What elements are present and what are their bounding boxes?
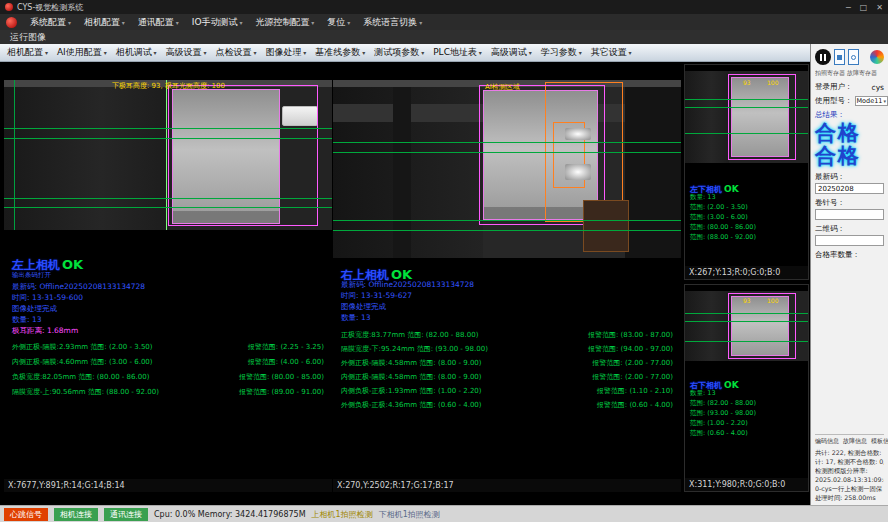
statistics-block: 共计: 222, 检测合格数: 计: 17, 检测不合格数: 0, 检测图模版分… <box>815 448 884 502</box>
brand-logo-icon <box>870 50 884 64</box>
result-line: 合格 <box>815 122 884 145</box>
pixel-coordinates: X:311;Y:980;R:0;G:0;B:0 <box>685 478 808 491</box>
tool-camera-debug[interactable]: 相机调试 <box>116 46 157 59</box>
tab-code-info[interactable]: 编码信息 <box>815 437 839 446</box>
menu-light-control[interactable]: 光源控制配置 <box>255 16 314 29</box>
tool-ai-config[interactable]: AI使用配置 <box>57 46 107 59</box>
menu-comm-config[interactable]: 通讯配置 <box>138 16 179 29</box>
menu-io-test[interactable]: IO手动测试 <box>192 16 243 29</box>
spacer <box>815 260 884 434</box>
tool-image-processing[interactable]: 图像处理 <box>265 46 306 59</box>
camera-view-lower-left[interactable]: 93 100 左下相机OK 数量: 13 范围: (2.00 - 3.50) 范… <box>684 64 809 280</box>
guide-line <box>4 207 332 208</box>
tool-advanced-settings[interactable]: 高级设置 <box>166 46 207 59</box>
guide-line <box>685 313 808 314</box>
pixel-coordinates: X:270,Y:2502;R:17;G:17;B:17 <box>333 479 681 492</box>
record-button[interactable] <box>848 49 859 65</box>
toolbar: 相机配置 AI使用配置 相机调试 高级设置 点检设置 图像处理 基准线参数 测试… <box>0 44 810 62</box>
tab-fault-info[interactable]: 故障信息 <box>843 437 867 446</box>
stat-line: 处理时间: 258.00ms <box>815 493 884 502</box>
stat-line: 检测图模版分辨率: <box>815 466 884 475</box>
measurement-row: 隔膜宽度-上:90.56mm 范围: (88.00 - 92.00)报警范围: … <box>12 387 324 397</box>
tab-run-image[interactable]: 运行图像 <box>10 31 46 44</box>
measure-value: 外侧负极-正极:4.36mm 范围: (0.60 - 4.00) <box>341 400 482 410</box>
time-line: 时间: 13-31-59-627 <box>341 291 412 301</box>
tool-baseline-params[interactable]: 基准线参数 <box>315 46 365 59</box>
guide-line <box>333 152 681 153</box>
menu-reset[interactable]: 复位 <box>327 16 350 29</box>
model-select[interactable]: Mode11▾ <box>855 96 888 106</box>
qr-value-field[interactable] <box>815 235 884 246</box>
tab-template-info[interactable]: 模板信息 <box>871 437 888 446</box>
process-done-line: 图像处理完成 <box>341 302 386 312</box>
tab-strip: 运行图像 <box>0 30 888 44</box>
guide-line <box>333 142 681 143</box>
alarm-range: 报警范围: (94.00 - 97.00) <box>588 344 673 354</box>
measurement-row: 负极宽度:82.05mm 范围: (80.00 - 86.00)报警范围: (8… <box>12 372 324 382</box>
result-ok-badge: OK <box>62 257 83 272</box>
measure-value: 隔膜宽度-下:95.24mm 范围: (93.00 - 98.00) <box>341 344 488 354</box>
camera-result-title: 左上相机 <box>12 258 60 272</box>
measure-value: 正极宽度:83.77mm 范围: (82.00 - 88.00) <box>341 330 478 340</box>
overlay-value: 100 <box>767 79 778 86</box>
app-window: CYS-视觉检测系统 ─ □ ✕ 系统配置 相机配置 通讯配置 IO手动测试 光… <box>0 0 888 522</box>
tool-camera-config[interactable]: 相机配置 <box>7 46 48 59</box>
heartbeat-badge: 心跳信号 <box>4 508 48 521</box>
measure-line: 范围: (88.00 - 92.00) <box>690 233 756 242</box>
app-logo-icon <box>5 3 13 11</box>
pin-value-field[interactable] <box>815 209 884 220</box>
measurement-row: 内侧正极-隔膜:4.58mm 范围: (8.00 - 9.00)报警范围: (2… <box>341 372 673 382</box>
tool-spot-check[interactable]: 点检设置 <box>216 46 257 59</box>
alarm-range: 报警范围: (80.00 - 85.00) <box>239 372 324 382</box>
measurement-row: 内侧正极-隔膜:4.60mm 范围: (3.00 - 6.00)报警范围: (4… <box>12 357 324 367</box>
machinery-area <box>4 87 166 230</box>
camera-image: 93 100 <box>685 291 808 361</box>
pin-label: 卷针号： <box>815 198 845 208</box>
alarm-range: 报警范围: (0.60 - 4.00) <box>597 400 673 410</box>
guide-line <box>685 133 808 134</box>
tool-test-params[interactable]: 测试项参数 <box>374 46 424 59</box>
login-label: 登录用户： <box>815 82 853 92</box>
alarm-range: 报警范围: (4.00 - 6.00) <box>248 357 324 367</box>
pixel-coordinates: X:267;Y:13;R:0;G:0;B:0 <box>685 266 808 279</box>
minimize-button[interactable]: ─ <box>846 3 851 12</box>
menu-camera-config[interactable]: 相机配置 <box>84 16 125 29</box>
tool-other-settings[interactable]: 其它设置 <box>591 46 632 59</box>
measure-line: 范围: (80.00 - 86.00) <box>690 223 756 232</box>
alarm-range: 报警范围: (2.00 - 77.00) <box>592 372 673 382</box>
title-bar: CYS-视觉检测系统 ─ □ ✕ <box>0 0 888 14</box>
measurement-row: 外侧负极-正极:4.36mm 范围: (0.60 - 4.00)报警范围: (0… <box>341 400 673 410</box>
menu-system-config[interactable]: 系统配置 <box>30 16 71 29</box>
close-button[interactable]: ✕ <box>876 3 883 12</box>
qr-row: 二维码： <box>815 224 884 234</box>
upper-camera-status: 上相机1拍照检测 <box>312 509 373 520</box>
alarm-range: 报警范围: (89.00 - 91.00) <box>239 387 324 397</box>
machinery-pillar <box>393 87 411 258</box>
measure-line: 范围: (0.60 - 4.00) <box>690 429 748 438</box>
stats-tabs: 编码信息 故障信息 模板信息 <box>815 434 884 446</box>
tool-learning-params[interactable]: 学习参数 <box>541 46 582 59</box>
camera-view-lower-right[interactable]: 93 100 右下相机OK 数量: 13 范围: (82.00 - 88.00)… <box>684 284 809 492</box>
measurement-row: 隔膜宽度-下:95.24mm 范围: (93.00 - 98.00)报警范围: … <box>341 344 673 354</box>
measurement-row: 外侧正极-隔膜:4.58mm 范围: (8.00 - 9.00)报警范围: (2… <box>341 358 673 368</box>
pause-button[interactable] <box>815 49 831 65</box>
overlay-measure-label: 下极耳高度: 93, 极耳光面高度: 100 <box>112 81 225 91</box>
machinery-area <box>685 71 729 163</box>
camera-view-upper-left[interactable]: 下极耳高度: 93, 极耳光面高度: 100 左上相机OK 输出条码打开 最新码… <box>4 64 332 492</box>
guide-line <box>685 341 808 342</box>
alarm-range: 报警范围: (2.00 - 77.00) <box>592 358 673 368</box>
latest-code-label: 最新码： <box>815 172 845 182</box>
record-icon <box>851 55 856 60</box>
result-line: 合格 <box>815 145 884 168</box>
tool-advanced-debug[interactable]: 高级调试 <box>491 46 532 59</box>
tool-plc-table[interactable]: PLC地址表 <box>433 46 482 59</box>
stat-line: 共计: 222, 检测合格数: <box>815 448 884 457</box>
pixel-coordinates: X:7677,Y:891;R:14;G:14;B:14 <box>4 479 332 492</box>
menu-language-switch[interactable]: 系统语言切换 <box>363 16 422 29</box>
capture-button[interactable] <box>834 49 845 65</box>
maximize-button[interactable]: □ <box>860 3 868 12</box>
overlay-value: 93 <box>743 79 751 86</box>
guide-line <box>4 128 332 129</box>
measurement-row: 外侧正极-隔膜:2.93mm 范围: (2.00 - 3.50)报警范围: (2… <box>12 342 324 352</box>
camera-view-upper-right[interactable]: AI检测区域 右上相机OK 最新码: Offline20250208133134… <box>333 64 681 492</box>
